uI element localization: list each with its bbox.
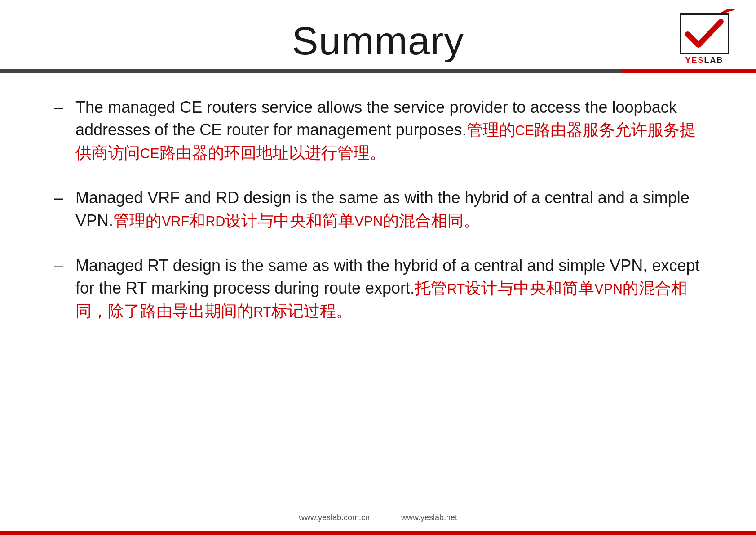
logo-label: YES LAB	[685, 56, 723, 65]
logo-lab: LAB	[704, 56, 724, 65]
footer-link-1[interactable]: www.yeslab.com.cn	[299, 513, 370, 522]
bullet-dash-2: –	[54, 187, 63, 209]
header: Summary YES LAB	[0, 0, 756, 68]
page-title: Summary	[292, 18, 464, 64]
bullet-chinese-2: 管理的VRF和RD设计与中央和简单VPN的混合相同。	[113, 211, 480, 230]
bullet-text-3: Managed RT design is the same as with th…	[75, 254, 711, 322]
bullet-dash-3: –	[54, 255, 63, 276]
bullet-text-1: The managed CE routers service allows th…	[75, 96, 711, 164]
footer: www.yeslab.com.cn www.yeslab.net	[0, 504, 756, 535]
bullet-item-1: – The managed CE routers service allows …	[54, 96, 711, 164]
bullet-item-3: – Managed RT design is the same as with …	[54, 254, 711, 322]
bullet-chinese-1: 管理的CE路由器服务允许服务提供商访问CE路由器的环回地址以进行管理。	[75, 120, 696, 161]
logo-box	[680, 13, 729, 54]
checkmark-icon	[684, 17, 725, 51]
divider-dark	[0, 69, 621, 73]
slide: Summary YES LAB –	[0, 0, 756, 535]
logo-yes: YES	[685, 56, 704, 65]
bullet-item-2: – Managed VRF and RD design is the same …	[54, 187, 711, 232]
bullet-text-2: Managed VRF and RD design is the same as…	[75, 187, 711, 232]
content-area: – The managed CE routers service allows …	[0, 74, 756, 504]
divider-red	[621, 69, 756, 73]
yeslab-logo: YES LAB	[680, 13, 729, 65]
divider	[0, 68, 756, 74]
footer-link-2[interactable]: www.yeslab.net	[401, 513, 457, 522]
bullet-chinese-3: 托管RT设计与中央和简单VPN的混合相同，除了路由导出期间的RT标记过程。	[75, 279, 687, 320]
bullet-dash-1: –	[54, 97, 63, 118]
